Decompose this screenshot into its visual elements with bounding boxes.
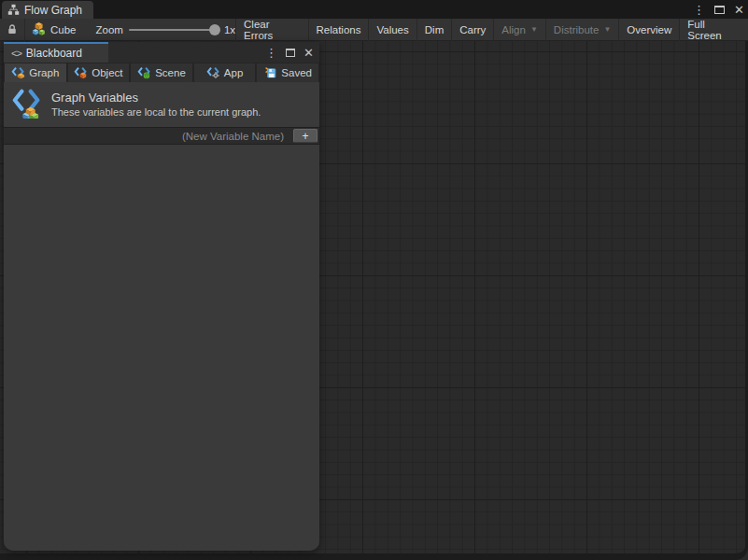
overview-button[interactable]: Overview [618, 19, 679, 41]
graph-toolbar: Cube Zoom 1x Clear Errors Relations Valu… [0, 19, 748, 41]
blackboard-panel: <> Blackboard ⋮ ✕ Graph [4, 42, 319, 551]
graph-variables-header: Graph Variables These variables are loca… [4, 82, 319, 127]
tab-saved-variables[interactable]: Saved [257, 63, 318, 82]
blackboard-maximize-icon[interactable] [286, 49, 295, 57]
zoom-control: Zoom 1x [96, 24, 236, 35]
code-brackets-icon: <> [11, 48, 21, 59]
window-controls: ⋮ ✕ [693, 0, 744, 19]
values-button[interactable]: Values [368, 19, 416, 41]
toolbar-button-group: Clear Errors Relations Values Dim Carry … [235, 19, 748, 41]
dim-button[interactable]: Dim [416, 19, 451, 41]
graph-target-label: Cube [50, 24, 77, 35]
tab-graph-variables[interactable]: Graph [5, 63, 66, 82]
blackboard-close-icon[interactable]: ✕ [303, 47, 314, 59]
relations-button[interactable]: Relations [308, 19, 369, 41]
graph-variables-large-icon [11, 89, 43, 119]
window-tab-title: Flow Graph [24, 4, 82, 17]
lock-button[interactable] [0, 19, 24, 41]
blackboard-tab[interactable]: <> Blackboard [4, 42, 108, 63]
cube-stack-icon [32, 22, 47, 36]
add-variable-button[interactable]: + [293, 129, 318, 143]
scene-variables-icon [137, 66, 151, 79]
chevron-down-icon: ▼ [530, 25, 538, 34]
saved-variables-icon [263, 66, 277, 79]
tab-scene-variables[interactable]: Scene [131, 63, 192, 82]
blackboard-menu-icon[interactable]: ⋮ [265, 47, 277, 59]
blackboard-window-controls: ⋮ ✕ [265, 42, 314, 63]
window-title-bar: Flow Graph ⋮ ✕ [0, 0, 748, 19]
distribute-button: Distribute▼ [545, 19, 619, 41]
window-close-icon[interactable]: ✕ [734, 4, 744, 16]
window-maximize-icon[interactable] [714, 6, 725, 14]
flow-graph-icon [7, 4, 20, 16]
window-tab-flow-graph[interactable]: Flow Graph [2, 1, 93, 19]
zoom-slider-handle[interactable] [209, 24, 220, 35]
zoom-value: 1x [224, 24, 235, 35]
blackboard-title: Blackboard [26, 47, 82, 60]
variables-list-empty[interactable] [4, 145, 319, 551]
chevron-down-icon: ▼ [603, 25, 611, 34]
graph-variables-title: Graph Variables [51, 91, 261, 105]
graph-variables-text: Graph Variables These variables are loca… [51, 91, 261, 118]
window-menu-icon[interactable]: ⋮ [693, 4, 705, 16]
lock-icon [7, 23, 18, 35]
app-variables-icon [206, 66, 220, 79]
new-variable-input[interactable] [4, 128, 289, 144]
blackboard-header: <> Blackboard ⋮ ✕ [4, 42, 319, 63]
new-variable-row: + [4, 127, 319, 145]
object-variables-icon [74, 66, 88, 79]
variable-scope-tabs: Graph Object Scene [4, 63, 319, 82]
graph-target-button[interactable]: Cube [25, 19, 83, 41]
carry-button[interactable]: Carry [451, 19, 493, 41]
tab-app-variables[interactable]: App [194, 63, 256, 82]
full-screen-button[interactable]: Full Screen [679, 19, 748, 41]
zoom-label: Zoom [96, 24, 123, 35]
align-button: Align▼ [493, 19, 545, 41]
graph-variables-subtitle: These variables are local to the current… [51, 106, 261, 118]
zoom-slider[interactable] [129, 29, 219, 31]
tab-object-variables[interactable]: Object [68, 63, 130, 82]
clear-errors-button[interactable]: Clear Errors [235, 19, 307, 41]
graph-variables-icon [11, 66, 25, 79]
